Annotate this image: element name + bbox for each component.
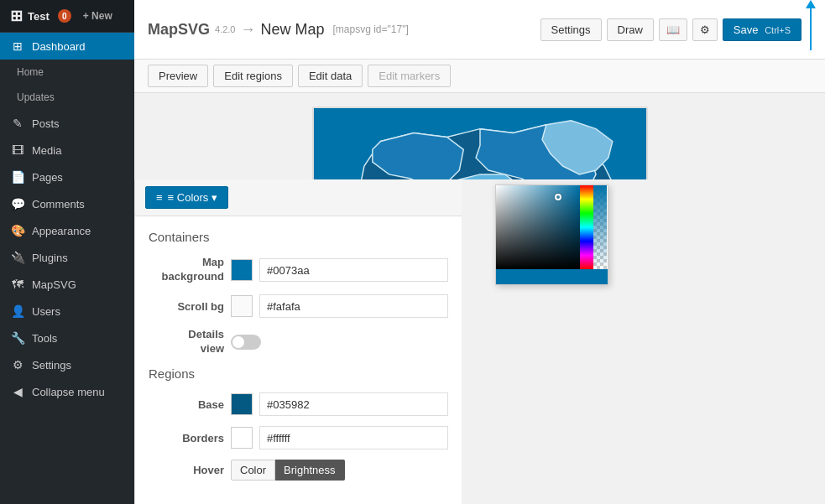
- site-name-label: Test: [28, 10, 50, 23]
- map-id: [mapsvg id="17"]: [333, 23, 409, 35]
- scroll-bg-swatch[interactable]: [231, 295, 253, 317]
- base-color-row: Base: [149, 392, 448, 416]
- map-background-label: Mapbackground: [149, 256, 224, 284]
- save-shortcut: Ctrl+S: [765, 25, 791, 35]
- sidebar-item-plugins[interactable]: 🔌 Plugins: [0, 244, 134, 271]
- settings-button[interactable]: Settings: [540, 18, 602, 41]
- sidebar-item-pages[interactable]: 📄 Pages: [0, 164, 134, 190]
- hover-row: Hover Color Brightness: [149, 460, 448, 481]
- panel-tabs: ≡ ≡ Colors ▾: [135, 179, 462, 216]
- new-button[interactable]: + New: [83, 10, 112, 22]
- details-view-toggle[interactable]: [231, 335, 261, 350]
- hover-brightness-tab[interactable]: Brightness: [275, 460, 344, 481]
- dashboard-icon: ⊞: [10, 39, 25, 53]
- sidebar: ⊞ Test 0 + New ⊞ Dashboard Home Updates …: [0, 0, 134, 504]
- plugins-icon: 🔌: [10, 251, 25, 264]
- sidebar-item-appearance[interactable]: 🎨 Appearance: [0, 217, 134, 244]
- preview-button[interactable]: Preview: [148, 65, 208, 87]
- details-view-label: Detailsview: [149, 328, 224, 356]
- collapse-icon: ◀: [10, 385, 25, 398]
- main-wrapper: MapSVG 4.2.0 → New Map [mapsvg id="17"] …: [134, 0, 825, 504]
- map-display[interactable]: [312, 107, 648, 179]
- right-panel: ≡ ≡ Colors ▾ Containers Mapbackground: [134, 179, 462, 504]
- pages-icon: 📄: [10, 170, 25, 184]
- comments-icon: 💬: [10, 197, 25, 210]
- book-icon-button[interactable]: 📖: [659, 18, 687, 41]
- sliders-icon-button[interactable]: ⚙: [692, 18, 718, 41]
- sidebar-item-mapsvg[interactable]: 🗺 MapSVG: [0, 271, 134, 298]
- sidebar-item-settings[interactable]: ⚙ Settings: [0, 351, 134, 378]
- borders-input[interactable]: [259, 426, 448, 449]
- media-icon: 🎞: [10, 143, 25, 157]
- plugin-version: 4.2.0: [215, 24, 235, 34]
- draw-button[interactable]: Draw: [607, 18, 654, 41]
- scroll-bg-row: Scroll bg: [149, 294, 448, 318]
- editor-title: MapSVG 4.2.0 → New Map [mapsvg id="17"]: [148, 21, 409, 39]
- edit-markers-button[interactable]: Edit markers: [368, 65, 451, 87]
- colors-tab-icon: ≡: [156, 191, 163, 204]
- title-arrow: →: [240, 21, 255, 39]
- sidebar-item-users[interactable]: 👤 Users: [0, 298, 134, 325]
- wp-logo-icon: ⊞: [10, 7, 23, 25]
- notification-count[interactable]: 0: [58, 9, 71, 23]
- tools-icon: 🔧: [10, 331, 25, 345]
- sidebar-item-collapse[interactable]: ◀ Collapse menu: [0, 378, 134, 405]
- mapsvg-icon: 🗺: [10, 278, 25, 291]
- map-editor: MapSVG 4.2.0 → New Map [mapsvg id="17"] …: [134, 0, 825, 179]
- sidebar-item-comments[interactable]: 💬 Comments: [0, 190, 134, 217]
- scroll-bg-label: Scroll bg: [149, 300, 224, 313]
- details-view-row: Detailsview: [149, 328, 448, 356]
- posts-icon: ✎: [10, 117, 25, 130]
- base-input[interactable]: [259, 392, 448, 416]
- borders-color-row: Borders: [149, 426, 448, 449]
- hover-color-tab[interactable]: Color: [231, 460, 275, 481]
- map-background-input[interactable]: [259, 258, 448, 282]
- map-background-swatch[interactable]: [231, 259, 253, 281]
- hover-label: Hover: [149, 464, 224, 476]
- colors-tab-label: ≡ Colors ▾: [168, 191, 217, 204]
- sidebar-item-dashboard[interactable]: ⊞ Dashboard: [0, 33, 134, 60]
- site-header[interactable]: ⊞ Test 0 + New: [0, 0, 134, 33]
- base-swatch[interactable]: [231, 393, 253, 415]
- plugin-name: MapSVG: [148, 21, 210, 39]
- borders-swatch[interactable]: [231, 427, 253, 449]
- edit-regions-button[interactable]: Edit regions: [213, 65, 293, 87]
- sidebar-item-home[interactable]: Home: [0, 60, 134, 85]
- panel-content: Containers Mapbackground: [135, 216, 462, 504]
- settings-icon: ⚙: [10, 358, 25, 372]
- containers-section-title: Containers: [149, 230, 448, 244]
- appearance-icon: 🎨: [10, 224, 25, 237]
- editor-actions: Settings Draw 📖 ⚙ Save Ctrl+S: [540, 8, 812, 50]
- toolbar: Preview Edit regions Edit data Edit mark…: [134, 60, 825, 93]
- sidebar-item-tools[interactable]: 🔧 Tools: [0, 325, 134, 351]
- map-background-row: Mapbackground: [149, 256, 448, 284]
- map-name: New Map: [260, 21, 324, 39]
- base-label: Base: [149, 398, 224, 411]
- hover-type-tabs: Color Brightness: [231, 460, 345, 481]
- sidebar-item-updates[interactable]: Updates: [0, 85, 134, 110]
- sidebar-item-media[interactable]: 🎞 Media: [0, 137, 134, 164]
- scroll-bg-input[interactable]: [259, 294, 448, 318]
- colors-tab[interactable]: ≡ ≡ Colors ▾: [145, 186, 228, 209]
- sidebar-item-posts[interactable]: ✎ Posts: [0, 110, 134, 137]
- regions-section-title: Regions: [149, 366, 448, 381]
- save-button[interactable]: Save Ctrl+S: [723, 18, 802, 41]
- edit-data-button[interactable]: Edit data: [298, 65, 363, 87]
- map-canvas: [134, 93, 825, 179]
- borders-label: Borders: [149, 432, 224, 444]
- users-icon: 👤: [10, 304, 25, 318]
- editor-header: MapSVG 4.2.0 → New Map [mapsvg id="17"] …: [134, 0, 825, 60]
